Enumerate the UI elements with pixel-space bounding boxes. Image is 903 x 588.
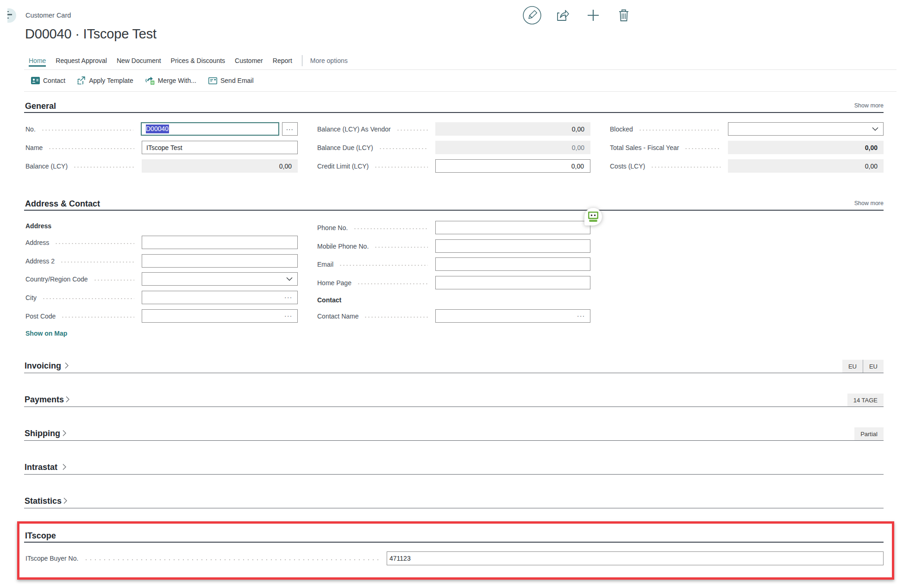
invoicing-badges: EU EU <box>842 360 884 373</box>
customer-card-page: Customer Card <box>0 0 903 588</box>
intrastat-section-title[interactable]: Intrastat <box>25 463 57 472</box>
dot-leader <box>374 246 428 248</box>
dot-leader <box>353 227 428 229</box>
field-address2-label: Address 2 <box>25 257 55 265</box>
payments-badge: 14 TAGE <box>847 394 884 407</box>
tab-new-document[interactable]: New Document <box>117 57 161 65</box>
field-no-assist-edit-button[interactable]: ... <box>282 122 298 136</box>
tab-request-approval[interactable]: Request Approval <box>56 57 107 65</box>
address-section-header[interactable]: Address & Contact Show more <box>24 196 884 211</box>
address-group-label: Address <box>25 222 51 230</box>
field-balance: Balance (LCY) 0,00 <box>25 159 298 173</box>
field-mobile-input[interactable] <box>435 239 590 253</box>
chevron-down-icon <box>286 277 293 281</box>
field-home-page-input[interactable] <box>435 276 590 289</box>
back-button[interactable] <box>7 8 16 23</box>
merge-with-action[interactable]: Merge With... <box>145 76 196 85</box>
field-blocked-dropdown[interactable] <box>728 122 884 136</box>
page-caption: Customer Card <box>25 12 71 19</box>
send-email-action[interactable]: Send Email <box>208 77 254 84</box>
section-statistics[interactable]: Statistics <box>24 495 884 508</box>
contact-action-label: Contact <box>43 77 65 84</box>
field-post-code-input[interactable]: ... <box>142 309 298 323</box>
field-total-sales: Total Sales - Fiscal Year 0,00 <box>610 141 884 154</box>
share-button[interactable] <box>553 6 572 25</box>
dot-leader <box>379 147 428 149</box>
merge-icon <box>145 76 155 85</box>
field-address2-input[interactable] <box>142 254 298 268</box>
apply-template-action[interactable]: Apply Template <box>77 76 133 85</box>
section-payments[interactable]: Payments 14 TAGE <box>24 394 884 407</box>
field-city-input[interactable]: ... <box>142 291 298 304</box>
field-credit-limit: Credit Limit (LCY) 0,00 <box>317 159 590 173</box>
field-contact-name: Contact Name ... <box>317 309 590 323</box>
field-email-label: Email <box>317 261 333 268</box>
section-shipping[interactable]: Shipping Partial <box>24 428 884 441</box>
post-code-lookup-ellipsis[interactable]: ... <box>284 311 293 318</box>
contact-group-label: Contact <box>317 296 341 304</box>
tabs-separator <box>24 69 897 70</box>
annotation-highlight-box <box>17 521 894 580</box>
field-city: City ... <box>25 291 298 304</box>
dot-leader <box>357 282 428 284</box>
tab-prices-discounts[interactable]: Prices & Discounts <box>171 57 225 65</box>
address-show-more-button[interactable]: Show more <box>854 200 884 206</box>
tab-customer[interactable]: Customer <box>235 57 263 65</box>
field-total-sales-label: Total Sales - Fiscal Year <box>610 144 679 151</box>
field-name-value: ITscope Test <box>146 144 182 151</box>
contact-card-icon <box>31 77 40 84</box>
field-credit-limit-value: 0,00 <box>571 163 584 170</box>
field-email: Email <box>317 257 590 271</box>
field-address-input[interactable] <box>142 236 298 249</box>
field-costs-label: Costs (LCY) <box>610 163 645 170</box>
payments-section-title[interactable]: Payments <box>25 395 64 405</box>
section-invoicing[interactable]: Invoicing EU EU <box>24 360 884 373</box>
city-lookup-ellipsis[interactable]: ... <box>284 292 293 300</box>
field-name-input[interactable]: ITscope Test <box>142 141 298 154</box>
field-name: Name ITscope Test <box>25 141 298 154</box>
field-contact-name-input[interactable]: ... <box>435 309 590 323</box>
field-blocked: Blocked <box>610 122 884 136</box>
shipping-badges: Partial <box>854 427 884 440</box>
field-email-input[interactable] <box>435 257 590 271</box>
tab-report[interactable]: Report <box>273 57 292 65</box>
field-country-dropdown[interactable] <box>142 272 298 286</box>
field-balance-label: Balance (LCY) <box>25 163 68 170</box>
merge-with-action-label: Merge With... <box>158 77 196 84</box>
edit-button[interactable] <box>522 6 542 25</box>
field-credit-limit-input[interactable]: 0,00 <box>435 159 590 173</box>
field-no-input[interactable]: D00040 <box>141 122 279 136</box>
shipping-badge: Partial <box>854 427 884 440</box>
new-button[interactable] <box>583 6 603 25</box>
statistics-section-title[interactable]: Statistics <box>25 496 62 506</box>
payments-badges: 14 TAGE <box>847 394 884 407</box>
shipping-section-title[interactable]: Shipping <box>25 429 60 438</box>
dot-leader <box>339 264 428 266</box>
roboform-extension-icon[interactable] <box>584 208 602 225</box>
field-credit-limit-label: Credit Limit (LCY) <box>317 163 369 170</box>
chevron-right-icon <box>64 362 69 369</box>
field-contact-name-label: Contact Name <box>317 313 358 320</box>
invoicing-section-title[interactable]: Invoicing <box>25 361 61 371</box>
chevron-right-icon <box>62 463 67 470</box>
dot-leader <box>60 261 134 263</box>
field-blocked-label: Blocked <box>610 125 633 133</box>
field-post-code: Post Code ... <box>25 309 298 323</box>
tab-home[interactable]: Home <box>29 57 46 67</box>
section-intrastat[interactable]: Intrastat <box>24 462 884 475</box>
field-balance-due-label: Balance Due (LCY) <box>317 144 373 151</box>
contact-action[interactable]: Contact <box>31 77 65 84</box>
dot-leader <box>41 129 133 131</box>
general-section-header[interactable]: General Show more <box>24 98 884 113</box>
field-balance-vendor-label: Balance (LCY) As Vendor <box>317 125 391 133</box>
general-show-more-button[interactable]: Show more <box>854 102 884 109</box>
delete-button[interactable] <box>614 6 633 25</box>
field-phone-input[interactable] <box>435 221 590 234</box>
field-balance-value: 0,00 <box>279 163 292 170</box>
field-total-sales-value: 0,00 <box>865 144 878 151</box>
show-on-map-link[interactable]: Show on Map <box>25 330 67 337</box>
dot-leader <box>55 242 134 244</box>
contact-name-lookup-ellipsis[interactable]: ... <box>577 311 585 318</box>
more-options-button[interactable]: More options <box>310 57 348 64</box>
field-balance-due: Balance Due (LCY) 0,00 <box>317 141 590 154</box>
